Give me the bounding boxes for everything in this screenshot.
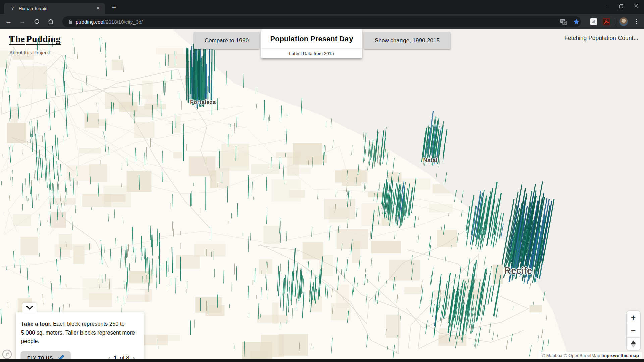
pdf-extension-icon[interactable]: [601, 17, 611, 27]
city-label-recife: Recife: [504, 266, 532, 276]
screenshot-extension-icon[interactable]: [589, 17, 599, 27]
about-project-link[interactable]: About this Project: [9, 50, 49, 55]
toolbar-separator: [615, 18, 615, 25]
back-button[interactable]: ←: [3, 16, 14, 27]
url-path: /2018/10/city_3d/: [104, 19, 143, 25]
logo-pudding: Pudding: [26, 34, 61, 45]
window-restore-button[interactable]: [613, 0, 629, 12]
map-attribution: © Mapbox © OpenStreetMap Improve this ma…: [539, 352, 642, 359]
pitch-toggle-button[interactable]: [627, 337, 640, 350]
home-button[interactable]: [45, 16, 56, 27]
tab-close-button[interactable]: ✕: [95, 5, 101, 12]
tab-show-change[interactable]: Show change, 1990-2015: [364, 32, 450, 49]
browser-menu-button[interactable]: [631, 17, 641, 27]
tab-population-present-day[interactable]: Population Present Day Latest Data from …: [261, 29, 362, 58]
forward-button[interactable]: →: [17, 16, 28, 27]
tour-panel: Take a tour. Each block represents 250 t…: [16, 312, 144, 360]
zoom-out-button[interactable]: −: [627, 324, 640, 337]
tab-title: Human Terrain: [19, 6, 95, 11]
bookmark-star-icon[interactable]: [571, 17, 581, 27]
city-label-fortaleza: Fortaleza: [190, 99, 216, 106]
mapbox-logo[interactable]: [2, 349, 12, 359]
address-bar[interactable]: pudding.cool/2018/10/city_3d/: [62, 16, 581, 27]
tab-population-subtitle: Latest Data from 2015: [261, 48, 362, 58]
url-host: pudding.cool: [76, 19, 104, 25]
svg-text:文: 文: [564, 22, 566, 25]
fetch-status-text: Fetching Population Count...: [564, 35, 638, 42]
translate-icon[interactable]: G 文: [558, 17, 569, 27]
zoom-in-button[interactable]: +: [627, 311, 640, 324]
osm-attribution-link[interactable]: © OpenStreetMap: [564, 353, 600, 358]
tour-description: Take a tour. Each block represents 250 t…: [21, 320, 138, 346]
profile-avatar[interactable]: [619, 17, 629, 27]
tour-lead: Take a tour.: [21, 321, 51, 327]
mapbox-attribution-link[interactable]: © Mapbox: [542, 353, 562, 358]
application-window: FortalezaNatalRecife ThePudding About th…: [0, 0, 644, 362]
city-label-natal: Natal: [423, 157, 437, 164]
kebab-menu-icon: [636, 19, 637, 24]
site-logo[interactable]: ThePudding: [9, 34, 61, 44]
window-bottom-edge: [0, 359, 644, 362]
chevron-down-icon: [26, 306, 33, 310]
tab-compare-1990-label: Compare to 1990: [205, 37, 249, 44]
map-zoom-controls: + −: [627, 311, 640, 350]
pitch-up-icon: [631, 340, 636, 344]
browser-tab[interactable]: ? Human Terrain ✕: [4, 3, 105, 14]
tab-population-label: Population Present Day: [261, 29, 362, 48]
reload-button[interactable]: [31, 16, 42, 27]
tour-collapse-button[interactable]: [22, 303, 37, 313]
browser-toolbar: ← → pudding.cool/2018/10/city_3d/: [0, 14, 644, 29]
tab-favicon-icon: ?: [10, 6, 15, 11]
window-close-button[interactable]: [629, 0, 644, 12]
tab-compare-1990[interactable]: Compare to 1990: [194, 32, 259, 49]
lock-icon: [68, 19, 72, 24]
logo-the: The: [9, 34, 25, 45]
browser-frame: ? Human Terrain ✕ +: [0, 0, 644, 14]
new-tab-button[interactable]: +: [109, 3, 119, 13]
tab-show-change-label: Show change, 1990-2015: [375, 37, 440, 44]
pitch-down-icon: [631, 344, 636, 348]
improve-map-link[interactable]: Improve this map: [601, 353, 639, 358]
window-minimize-button[interactable]: [598, 0, 613, 12]
